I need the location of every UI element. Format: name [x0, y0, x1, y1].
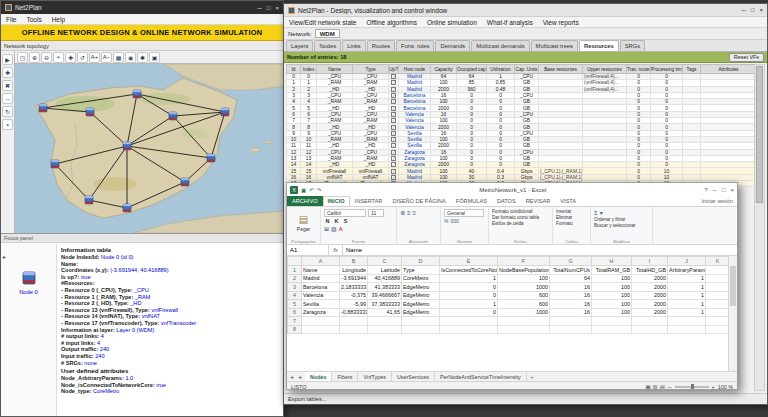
map-tool-icon[interactable]: ◳ — [17, 52, 28, 63]
column-header[interactable]: I — [632, 257, 668, 266]
attr-value[interactable]: true — [156, 382, 166, 388]
cell[interactable]: EdgeMetro — [402, 300, 440, 309]
is-up-checkbox[interactable]: ✓ — [391, 143, 396, 148]
info-value[interactable]: (-3.691944, 40.416889) — [110, 267, 168, 273]
ribbon-tab[interactable]: REVISAR — [521, 196, 556, 206]
column-header[interactable]: J — [668, 257, 706, 266]
cell[interactable]: 0 — [440, 291, 498, 300]
cell[interactable]: 1 — [440, 300, 498, 309]
cells-button[interactable]: Formato — [556, 221, 587, 227]
cell[interactable] — [302, 317, 340, 326]
cell[interactable] — [668, 317, 706, 326]
column-header[interactable]: Capacity — [431, 65, 457, 74]
focused-node-label[interactable]: Node 0 — [3, 289, 54, 295]
is-up-checkbox[interactable]: ✓ — [391, 118, 396, 123]
number-format-select[interactable]: General — [444, 209, 484, 217]
row-header[interactable]: 7 — [288, 317, 302, 326]
is-up-checkbox[interactable]: ✓ — [391, 93, 396, 98]
cell[interactable]: 100 — [592, 291, 632, 300]
column-header[interactable]: Utilization — [487, 65, 515, 74]
add-sheet-button[interactable]: + — [527, 372, 537, 381]
cell[interactable]: -0,375 — [340, 291, 368, 300]
info-value[interactable]: Node 0 (id 0) — [101, 254, 133, 260]
info-value[interactable]: 4 — [101, 333, 104, 339]
cell[interactable]: 2000 — [632, 291, 668, 300]
editing-button[interactable]: Buscar y seleccionar — [594, 223, 649, 229]
autosum-icon[interactable]: Σ — [594, 210, 598, 216]
info-value[interactable]: 240 — [95, 353, 104, 359]
cell[interactable]: Valencia — [302, 291, 340, 300]
map-node[interactable] — [207, 154, 215, 162]
cell[interactable]: 0 — [440, 308, 498, 317]
cell[interactable] — [592, 325, 632, 334]
cell[interactable] — [550, 317, 592, 326]
cell[interactable] — [592, 317, 632, 326]
menu-item[interactable]: What-if analysis — [482, 19, 538, 26]
cell[interactable]: 40,416889 — [368, 274, 402, 283]
fill-color-icon[interactable]: ▨ — [331, 225, 337, 232]
column-header[interactable]: Attributes — [701, 65, 757, 74]
formula-input[interactable]: Name — [343, 245, 737, 255]
column-header[interactable]: Name — [317, 65, 353, 74]
number-format-icon[interactable]: 000 — [450, 218, 458, 224]
column-header[interactable]: B — [340, 257, 368, 266]
row-header[interactable]: 1 — [288, 266, 302, 275]
cell[interactable]: 2000 — [632, 308, 668, 317]
close-button[interactable]: × — [275, 5, 279, 11]
cell[interactable]: EdgeMetro — [402, 308, 440, 317]
cell[interactable] — [340, 325, 368, 334]
is-up-checkbox[interactable]: ✓ — [391, 137, 396, 142]
info-value[interactable]: vnfFirewall — [151, 307, 178, 313]
map-tool-icon[interactable]: ✖ — [2, 80, 13, 91]
is-up-checkbox[interactable]: ✓ — [391, 175, 396, 180]
cell[interactable]: EdgeMetro — [402, 291, 440, 300]
is-up-checkbox[interactable]: ✓ — [391, 74, 396, 79]
info-value[interactable]: Layer 0 (WDM) — [116, 327, 154, 333]
map-tool-icon[interactable]: ⌖ — [53, 52, 64, 63]
close-button[interactable]: × — [759, 7, 763, 13]
maximize-button[interactable]: □ — [722, 187, 726, 193]
column-header[interactable]: Tags — [683, 65, 701, 74]
is-up-checkbox[interactable]: ✓ — [391, 99, 396, 104]
menu-item[interactable]: File — [1, 16, 21, 23]
column-header[interactable]: G — [550, 257, 592, 266]
map-tool-icon[interactable]: A− — [101, 52, 112, 63]
cell[interactable]: 100 — [592, 283, 632, 292]
cell[interactable] — [632, 325, 668, 334]
cell[interactable] — [368, 317, 402, 326]
element-tab[interactable]: Layers — [286, 40, 313, 51]
spain-topology-map[interactable] — [15, 64, 284, 233]
cell[interactable]: 2,1833333 — [340, 283, 368, 292]
column-header[interactable]: Trav. routes — [627, 65, 651, 74]
map-tool-icon[interactable]: ◉ — [125, 52, 136, 63]
column-header[interactable]: E — [440, 257, 498, 266]
map-node[interactable] — [123, 142, 131, 150]
zoom-out-icon[interactable]: ─ — [668, 384, 672, 390]
select-all-corner[interactable] — [288, 257, 302, 266]
column-header[interactable]: Occupied cap. — [457, 65, 487, 74]
element-tab[interactable]: SRGs — [620, 40, 645, 51]
row-header[interactable]: 2 — [288, 274, 302, 283]
cell[interactable] — [706, 283, 730, 292]
minimize-button[interactable]: ─ — [742, 7, 746, 13]
cell[interactable] — [706, 291, 730, 300]
font-size-select[interactable]: 11 — [368, 209, 384, 217]
menu-item[interactable]: Help — [47, 16, 70, 23]
row-header[interactable]: 5 — [288, 300, 302, 309]
sheet-tab[interactable]: Fibers — [332, 372, 358, 381]
is-up-checkbox[interactable]: ✓ — [391, 125, 396, 130]
cell[interactable]: 16 — [550, 283, 592, 292]
cell[interactable]: Madrid — [302, 274, 340, 283]
cell[interactable] — [706, 266, 730, 275]
info-value[interactable]: 4 — [97, 340, 100, 346]
grid-scrollbar[interactable] — [728, 256, 737, 371]
scrollbar-thumb[interactable] — [730, 266, 736, 306]
sheet-tab[interactable]: Nodes — [305, 372, 332, 381]
zoom-in-icon[interactable]: + — [712, 384, 715, 390]
map-node[interactable] — [181, 178, 189, 186]
element-tab[interactable]: Multicast trees — [531, 40, 578, 51]
borders-icon[interactable]: ⊞ — [324, 225, 329, 232]
cell[interactable]: 1 — [668, 300, 706, 309]
cell[interactable]: -5,99 — [340, 300, 368, 309]
cell[interactable] — [706, 308, 730, 317]
